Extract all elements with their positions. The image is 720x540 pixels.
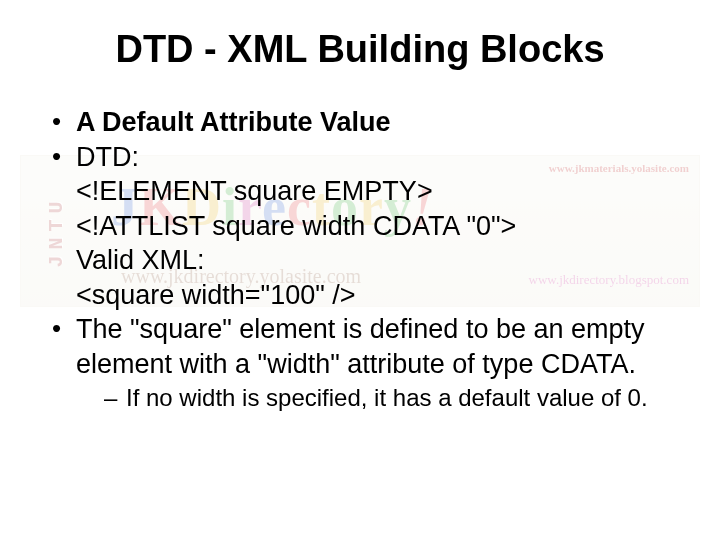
bullet-2-intro: DTD: bbox=[76, 142, 139, 172]
sub-bullet-list: If no width is specified, it has a defau… bbox=[76, 383, 682, 414]
bullet-list: A Default Attribute Value DTD: <!ELEMENT… bbox=[38, 105, 682, 414]
bullet-2-line1: <!ELEMENT square EMPTY> bbox=[76, 174, 682, 209]
bullet-3-text: The "square" element is defined to be an… bbox=[76, 314, 645, 379]
slide: JNTU www.jkmaterials.yolasite.com JKDire… bbox=[0, 0, 720, 540]
bullet-3: The "square" element is defined to be an… bbox=[52, 312, 682, 414]
bullet-1: A Default Attribute Value bbox=[52, 105, 682, 140]
bullet-2-validline: <square width="100" /> bbox=[76, 278, 682, 313]
bullet-2: DTD: <!ELEMENT square EMPTY> <!ATTLIST s… bbox=[52, 140, 682, 313]
sub-bullet-1: If no width is specified, it has a defau… bbox=[104, 383, 682, 414]
bullet-2-validlabel: Valid XML: bbox=[76, 243, 682, 278]
slide-title: DTD - XML Building Blocks bbox=[38, 28, 682, 71]
sub-bullet-1-text: If no width is specified, it has a defau… bbox=[126, 384, 648, 411]
bullet-1-text: A Default Attribute Value bbox=[76, 107, 391, 137]
bullet-2-line2: <!ATTLIST square width CDATA "0"> bbox=[76, 209, 682, 244]
content-area: DTD - XML Building Blocks A Default Attr… bbox=[0, 0, 720, 414]
